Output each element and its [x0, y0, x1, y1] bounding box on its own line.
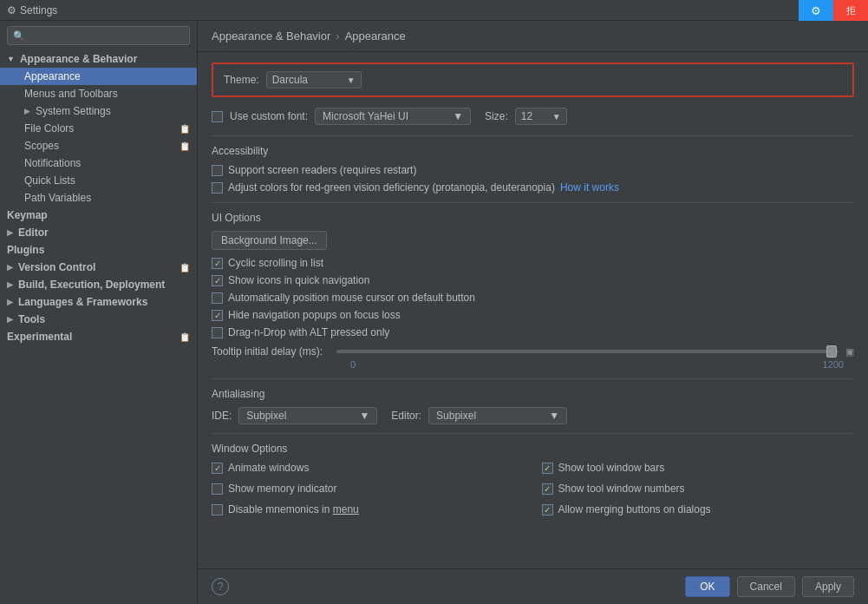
- top-icon-2[interactable]: 拒: [833, 0, 868, 21]
- accessibility-item-1: Adjust colors for red-green vision defic…: [212, 181, 854, 194]
- sidebar-item-editor[interactable]: ▶ Editor: [0, 224, 197, 241]
- tooltip-label: Tooltip initial delay (ms):: [212, 345, 323, 358]
- custom-font-checkbox[interactable]: [212, 111, 223, 122]
- sidebar-item-scopes[interactable]: Scopes 📋: [0, 137, 197, 154]
- badge-icon: 📋: [179, 124, 190, 134]
- search-input[interactable]: [29, 30, 184, 42]
- search-box[interactable]: 🔍: [7, 26, 190, 45]
- accessibility-checkbox-0[interactable]: [212, 165, 223, 176]
- ui-options-title: UI Options: [212, 212, 854, 224]
- window-checkbox-2[interactable]: [212, 483, 223, 495]
- window-option-2: Show memory indicator: [212, 483, 525, 495]
- search-icon: 🔍: [13, 30, 25, 42]
- slider-max-label: 1200: [823, 359, 844, 370]
- tooltip-slider-row: Tooltip initial delay (ms): ▣ 0 1200: [212, 345, 854, 370]
- window-title: Settings: [20, 4, 57, 16]
- accessibility-title: Accessibility: [212, 145, 854, 157]
- content-area: Appearance & Behavior › Appearance Theme…: [198, 21, 868, 604]
- editor-arrow-icon: ▼: [549, 410, 559, 422]
- sidebar-item-version-control[interactable]: ▶ Version Control 📋: [0, 259, 197, 276]
- ide-arrow-icon: ▼: [359, 410, 369, 422]
- sidebar-item-menus-toolbars[interactable]: Menus and Toolbars: [0, 85, 197, 102]
- custom-font-label: Use custom font:: [230, 110, 308, 122]
- ide-label: IDE:: [212, 410, 232, 422]
- sidebar-item-quick-lists[interactable]: Quick Lists: [0, 172, 197, 189]
- window-option-5: Allow merging buttons on dialogs: [542, 503, 855, 515]
- ui-checkbox-3[interactable]: [212, 310, 223, 321]
- breadcrumb-current: Appearance: [345, 30, 406, 43]
- ui-checkbox-4[interactable]: [212, 327, 223, 338]
- cancel-button[interactable]: Cancel: [737, 576, 795, 597]
- expand-icon: ▶: [7, 280, 13, 289]
- window-option-1: Show tool window bars: [542, 462, 855, 474]
- accessibility-label-0: Support screen readers (requires restart…: [228, 164, 416, 176]
- badge-icon: 📋: [179, 141, 190, 151]
- ui-checkbox-2[interactable]: [212, 292, 223, 304]
- ui-checkbox-row-1: Show icons in quick navigation: [212, 274, 854, 286]
- sidebar-item-appearance[interactable]: Appearance: [0, 68, 197, 85]
- top-icon-1[interactable]: ⚙: [799, 0, 833, 21]
- window-checkbox-1[interactable]: [542, 463, 553, 474]
- footer: ? OK Cancel Apply: [198, 568, 868, 604]
- breadcrumb-parent: Appearance & Behavior: [212, 30, 330, 43]
- ui-checkbox-1[interactable]: [212, 275, 223, 286]
- sidebar-item-build-execution[interactable]: ▶ Build, Execution, Deployment: [0, 276, 197, 293]
- help-icon: ?: [218, 581, 224, 593]
- window-checkbox-5[interactable]: [542, 504, 553, 515]
- editor-antialiasing: Editor: Subpixel ▼: [391, 407, 567, 424]
- window-option-3: Show tool window numbers: [542, 483, 855, 495]
- ui-checkbox-row-0: Cyclic scrolling in list: [212, 257, 854, 269]
- sidebar-item-path-variables[interactable]: Path Variables: [0, 189, 197, 207]
- ui-checkbox-row-4: Drag-n-Drop with ALT pressed only: [212, 326, 854, 338]
- badge-icon: 📋: [179, 263, 190, 272]
- sidebar-item-experimental[interactable]: Experimental 📋: [0, 328, 197, 345]
- window-checkbox-3[interactable]: [542, 483, 553, 495]
- sidebar-item-notifications[interactable]: Notifications: [0, 154, 197, 172]
- background-image-button[interactable]: Background Image...: [212, 231, 327, 250]
- font-select[interactable]: Microsoft YaHei UI ▼: [315, 108, 471, 125]
- theme-label: Theme:: [224, 74, 259, 86]
- ui-label-4: Drag-n-Drop with ALT pressed only: [228, 326, 389, 338]
- slider-thumb[interactable]: [826, 345, 837, 358]
- editor-antialiasing-select[interactable]: Subpixel ▼: [428, 407, 567, 424]
- editor-label: Editor:: [391, 410, 421, 422]
- accessibility-checkbox-1[interactable]: [212, 182, 223, 194]
- accessibility-item-0: Support screen readers (requires restart…: [212, 164, 854, 176]
- size-select[interactable]: 12 ▼: [515, 108, 567, 125]
- apply-button[interactable]: Apply: [802, 576, 854, 597]
- ide-antialiasing-select[interactable]: Subpixel ▼: [238, 407, 377, 424]
- accessibility-label-1: Adjust colors for red-green vision defic…: [228, 181, 555, 194]
- antialiasing-row: IDE: Subpixel ▼ Editor: Subpixel ▼: [212, 407, 854, 424]
- slider-min-label: 0: [350, 359, 356, 370]
- window-checkbox-0[interactable]: [212, 463, 223, 474]
- sidebar-item-languages-frameworks[interactable]: ▶ Languages & Frameworks: [0, 293, 197, 311]
- ui-label-2: Automatically position mouse cursor on d…: [228, 292, 475, 304]
- ok-button[interactable]: OK: [685, 576, 729, 597]
- size-value: 12: [521, 110, 532, 122]
- how-it-works-link[interactable]: How it works: [560, 181, 619, 194]
- ui-label-3: Hide navigation popups on focus loss: [228, 309, 401, 321]
- window-options-grid: Animate windows Show tool window bars Sh…: [212, 462, 854, 521]
- window-checkbox-4[interactable]: [212, 504, 223, 515]
- slider-max-indicator: ▣: [845, 346, 854, 358]
- sidebar-item-system-settings[interactable]: ▶ System Settings: [0, 102, 197, 120]
- sidebar-item-plugins[interactable]: Plugins: [0, 241, 197, 259]
- badge-icon: 📋: [179, 332, 190, 342]
- sidebar-item-appearance-behavior[interactable]: ▼ Appearance & Behavior: [0, 50, 197, 68]
- settings-icon: ⚙: [7, 4, 16, 16]
- sidebar-item-keymap[interactable]: Keymap: [0, 207, 197, 224]
- content-scroll: Theme: Darcula ▼ Use custom font: Micros…: [198, 52, 868, 568]
- ui-label-0: Cyclic scrolling in list: [228, 257, 323, 269]
- font-row: Use custom font: Microsoft YaHei UI ▼ Si…: [212, 108, 854, 125]
- window-label-3: Show tool window numbers: [558, 483, 685, 495]
- ui-checkbox-0[interactable]: [212, 258, 223, 269]
- help-button[interactable]: ?: [212, 578, 229, 595]
- expand-icon: ▶: [7, 298, 13, 306]
- size-label: Size:: [485, 110, 508, 122]
- breadcrumb: Appearance & Behavior › Appearance: [198, 21, 868, 52]
- ui-label-1: Show icons in quick navigation: [228, 274, 369, 286]
- sidebar-item-file-colors[interactable]: File Colors 📋: [0, 120, 197, 137]
- theme-select[interactable]: Darcula ▼: [266, 71, 362, 89]
- sidebar-item-tools[interactable]: ▶ Tools: [0, 311, 197, 328]
- expand-icon: ▶: [24, 107, 30, 115]
